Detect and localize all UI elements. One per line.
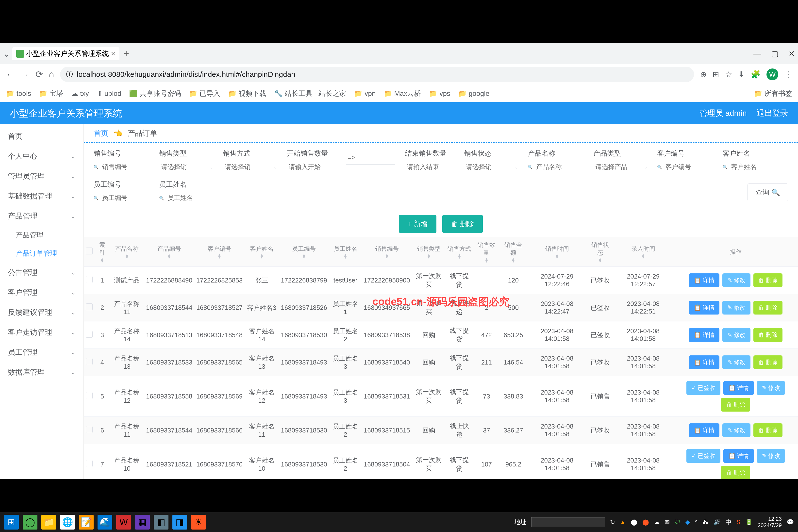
filter-input[interactable] — [287, 160, 336, 174]
bookmark-item[interactable]: 📁已导入 — [189, 89, 220, 98]
bookmark-item[interactable]: 📁vpn — [354, 90, 376, 97]
table-header[interactable]: 员工姓名▲▼ — [329, 237, 362, 267]
sidebar-item[interactable]: 数据库管理⌄ — [0, 362, 83, 382]
task-sublime-icon[interactable]: 📝 — [79, 515, 94, 530]
delete-button[interactable]: 🗑删除 — [754, 356, 782, 369]
detail-button[interactable]: 📋详情 — [723, 381, 754, 395]
bookmark-item[interactable]: 🔧站长工具 - 站长之家 — [274, 89, 346, 98]
sidebar-item[interactable]: 产品管理⌄ — [0, 206, 83, 226]
filter-input[interactable] — [534, 160, 584, 174]
row-checkbox[interactable] — [86, 303, 93, 310]
new-tab-button[interactable]: + — [120, 48, 132, 59]
table-header[interactable]: 销售金额▲▼ — [500, 237, 527, 267]
table-header[interactable]: 产品名称▲▼ — [110, 237, 144, 267]
sidebar-item[interactable]: 员工管理⌄ — [0, 342, 83, 362]
task-wps-icon[interactable]: W — [116, 515, 131, 530]
sidebar-subitem[interactable]: 产品管理 — [0, 226, 83, 244]
sort-icon[interactable]: ▲▼ — [302, 254, 306, 259]
filter-input[interactable] — [664, 160, 713, 174]
bookmark-item[interactable]: ⬆uplod — [97, 90, 121, 97]
table-header[interactable]: 索引▲▼ — [95, 237, 110, 267]
row-checkbox[interactable] — [86, 276, 93, 283]
tray-clock[interactable]: 12:23 2024/7/29 — [758, 516, 782, 529]
table-header[interactable]: 操作 — [673, 237, 798, 267]
bookmark-star-icon[interactable]: ☆ — [725, 70, 732, 79]
tray-address-input[interactable] — [531, 517, 605, 527]
sign-button[interactable]: ✓已签收 — [686, 381, 720, 395]
tray-notification-icon[interactable]: 💬 — [787, 519, 794, 526]
minimize-icon[interactable]: — — [754, 49, 761, 58]
filter-input[interactable] — [223, 160, 272, 174]
forward-icon[interactable]: → — [21, 69, 30, 79]
delete-button[interactable]: 🗑删除 — [754, 328, 782, 342]
tray-battery-icon[interactable]: 🔋 — [745, 519, 753, 526]
profile-avatar[interactable]: W — [766, 69, 778, 80]
home-icon[interactable]: ⌂ — [49, 69, 54, 79]
add-button[interactable]: +新增 — [399, 215, 436, 233]
tray-icon[interactable]: ▲ — [620, 519, 626, 526]
filter-input[interactable] — [593, 160, 643, 174]
puzzle-icon[interactable]: 🧩 — [751, 70, 761, 79]
row-checkbox[interactable] — [86, 392, 93, 399]
sidebar-subitem[interactable]: 产品订单管理 — [0, 244, 83, 263]
edit-button[interactable]: ✎修改 — [722, 301, 750, 315]
query-button[interactable]: 查询🔍 — [747, 184, 788, 201]
edit-button[interactable]: ✎修改 — [722, 273, 750, 287]
filter-input[interactable] — [729, 160, 778, 174]
detail-button[interactable]: 📋详情 — [689, 423, 719, 437]
table-header[interactable]: 销售数量▲▼ — [473, 237, 500, 267]
bookmark-item[interactable]: 📁google — [458, 90, 489, 97]
table-header[interactable]: 产品编号▲▼ — [144, 237, 194, 267]
row-checkbox[interactable] — [86, 460, 93, 467]
edit-button[interactable]: ✎修改 — [722, 328, 750, 342]
translate-icon[interactable]: ⊕ — [700, 70, 707, 79]
sort-icon[interactable]: ▲▼ — [100, 258, 104, 263]
task-edge-icon[interactable]: 🌊 — [97, 515, 112, 530]
all-bookmarks[interactable]: 📁所有书签 — [754, 89, 792, 98]
sidebar-item[interactable]: 首页 — [0, 126, 83, 146]
tray-refresh-icon[interactable]: ↻ — [610, 519, 615, 526]
bookmark-item[interactable]: 📁tools — [6, 90, 31, 97]
sort-icon[interactable]: ▲▼ — [511, 258, 515, 263]
table-header[interactable]: 录入时间▲▼ — [613, 237, 673, 267]
task-chrome-icon[interactable]: 🌐 — [60, 515, 75, 530]
sort-icon[interactable]: ▲▼ — [484, 258, 489, 263]
task-app-icon[interactable]: ◨ — [172, 515, 187, 530]
detail-button[interactable]: 📋详情 — [689, 356, 719, 369]
filter-input[interactable] — [100, 160, 149, 174]
tray-chevron-icon[interactable]: ^ — [695, 519, 698, 526]
edit-button[interactable]: ✎修改 — [722, 356, 750, 369]
info-icon[interactable]: ⓘ — [66, 70, 73, 79]
sort-icon[interactable]: ▲▼ — [458, 254, 461, 259]
filter-input[interactable] — [166, 191, 215, 205]
menu-icon[interactable]: ⋮ — [784, 70, 792, 79]
sidebar-item[interactable]: 客户走访管理⌄ — [0, 322, 83, 342]
tab-dropdown-icon[interactable]: ⌄ — [3, 49, 10, 59]
edit-button[interactable]: ✎修改 — [757, 381, 785, 395]
task-ide-icon[interactable]: ▦ — [135, 515, 150, 530]
table-header[interactable] — [84, 237, 95, 267]
table-header[interactable]: 销售编号▲▼ — [362, 237, 412, 267]
row-checkbox[interactable] — [86, 358, 93, 365]
close-window-icon[interactable]: ✕ — [788, 49, 795, 58]
tray-icon[interactable]: ⬤ — [642, 519, 649, 526]
sidebar-item[interactable]: 客户管理⌄ — [0, 283, 83, 302]
tray-input-icon[interactable]: S — [737, 519, 740, 526]
sidebar-item[interactable]: 反馈建议管理⌄ — [0, 302, 83, 322]
sort-icon[interactable]: ▲▼ — [385, 254, 389, 259]
filter-input[interactable] — [159, 160, 208, 174]
bookmark-item[interactable]: 📁Max云桥 — [384, 89, 421, 98]
sidebar-item[interactable]: 公告管理⌄ — [0, 263, 83, 283]
detail-button[interactable]: 📋详情 — [689, 301, 719, 315]
sidebar-item[interactable]: 管理员管理⌄ — [0, 166, 83, 186]
bookmark-item[interactable]: 📁视频下载 — [228, 89, 266, 98]
table-header[interactable]: 销售类型▲▼ — [412, 237, 445, 267]
detail-button[interactable]: 📋详情 — [689, 273, 719, 287]
edit-button[interactable]: ✎修改 — [722, 423, 750, 437]
tray-icon[interactable]: ◆ — [685, 519, 690, 526]
sign-button[interactable]: ✓已签收 — [686, 449, 720, 463]
logout-link[interactable]: 退出登录 — [757, 108, 788, 119]
tray-icon[interactable]: ⬤ — [631, 519, 638, 526]
filter-input[interactable] — [346, 151, 395, 165]
select-all-checkbox[interactable] — [86, 248, 93, 254]
